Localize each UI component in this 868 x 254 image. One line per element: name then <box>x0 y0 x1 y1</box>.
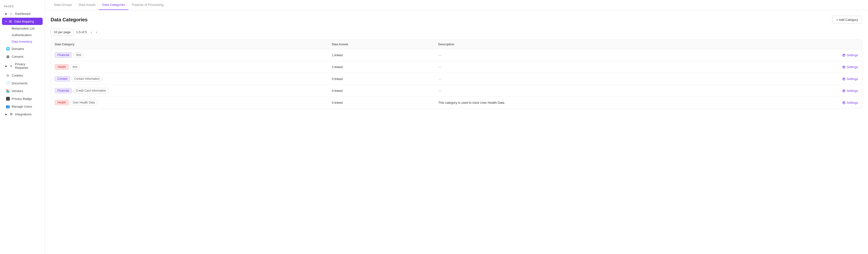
table-row: FinancialCredit Card Information0 linked… <box>51 85 862 97</box>
integrations-icon: ⚙ <box>9 112 13 116</box>
sidebar-item-authentication[interactable]: Authentication <box>2 32 43 38</box>
vendors-icon: 🏪 <box>6 89 10 93</box>
chevron-down-icon: ▾ <box>5 20 6 23</box>
cell-data-assets: 0 linked <box>328 73 434 85</box>
chevron-right-icon: ▶ <box>5 65 7 67</box>
table-row: FinancialTest1 linked---Settings <box>51 49 862 61</box>
type-tag: Financial <box>55 88 72 93</box>
sidebar-item-label: Vendors <box>12 89 23 93</box>
prev-page-button[interactable]: ‹ <box>89 30 94 35</box>
sidebar-item-privacy-requests[interactable]: ▶ ≡ Privacy Requests <box>2 61 43 71</box>
consent-icon: ▦ <box>6 55 10 58</box>
sidebar-sub-label: Data Inventory <box>12 40 32 43</box>
col-header-description: Description <box>434 40 758 49</box>
data-mapping-icon: ⊞ <box>8 20 12 23</box>
table-row: Healthtest2 linked---Settings <box>51 61 862 73</box>
type-tag: Financial <box>55 52 72 58</box>
cell-actions: Settings <box>758 85 862 97</box>
cell-description: --- <box>434 49 758 61</box>
sidebar-item-label: Privacy Badge <box>12 97 32 101</box>
sidebar-item-domains[interactable]: 🌐 Domains <box>2 45 43 52</box>
cell-data-category: ContactContact Information <box>51 73 328 85</box>
sidebar: Pages ▶ ○ Dashboard ▾ ⊞ Data Mapping Met… <box>0 0 45 254</box>
sidebar-item-manage-users[interactable]: 👥 Manage Users <box>2 103 43 110</box>
sidebar-item-label: Documents <box>12 82 28 85</box>
sidebar-item-data-inventory[interactable]: Data Inventory <box>2 38 43 44</box>
cell-actions: Settings <box>758 97 862 108</box>
privacy-requests-icon: ≡ <box>9 64 13 68</box>
data-categories-table: Data Category Data Assets Description Fi… <box>51 39 862 108</box>
col-header-data-category: Data Category <box>51 40 328 49</box>
table-header-row: Data Category Data Assets Description <box>51 40 862 49</box>
sidebar-sub-label: Metamodels List <box>12 27 35 30</box>
manage-users-icon: 👥 <box>6 104 10 108</box>
privacy-badge-icon: ⬛ <box>6 97 10 101</box>
name-tag: User Health Data <box>70 100 98 105</box>
settings-link[interactable]: Settings <box>842 65 858 69</box>
table-row: ContactContact Information0 linked---Set… <box>51 73 862 85</box>
main-content: Data Groups Data Assets Data Categories … <box>45 0 868 254</box>
tab-data-groups[interactable]: Data Groups <box>51 0 75 10</box>
documents-icon: 📄 <box>6 81 10 85</box>
cell-data-assets: 0 linked <box>328 85 434 97</box>
name-tag: Credit Card Information <box>73 88 109 93</box>
sidebar-item-dashboard[interactable]: ▶ ○ Dashboard <box>2 10 43 17</box>
sidebar-item-consent[interactable]: ▦ Consent <box>2 53 43 60</box>
sidebar-item-label: Manage Users <box>12 105 32 108</box>
cell-actions: Settings <box>758 73 862 85</box>
cell-data-assets: 0 linked <box>328 97 434 108</box>
settings-link[interactable]: Settings <box>842 77 858 81</box>
cell-description: --- <box>434 73 758 85</box>
sidebar-item-cookies[interactable]: ⊙ Cookies <box>2 72 43 79</box>
cell-data-assets: 1 linked <box>328 49 434 61</box>
sidebar-item-label: Integrations <box>15 113 31 116</box>
page-header: Data Categories + Add Category <box>51 16 862 24</box>
sidebar-item-integrations[interactable]: ▶ ⚙ Integrations <box>2 110 43 118</box>
chevron-icon: ▶ <box>5 12 7 15</box>
cell-data-assets: 2 linked <box>328 61 434 73</box>
cell-actions: Settings <box>758 61 862 73</box>
cell-data-category: HealthUser Health Data <box>51 97 328 108</box>
settings-link[interactable]: Settings <box>842 101 858 104</box>
dashboard-icon: ○ <box>9 12 13 15</box>
sidebar-item-label: Privacy Requests <box>15 62 39 69</box>
name-tag: Contact Information <box>71 76 102 82</box>
col-header-actions <box>758 40 862 49</box>
tab-data-categories[interactable]: Data Categories <box>99 0 128 10</box>
per-page-button[interactable]: 10 per page <box>51 29 74 36</box>
sidebar-section-label: Pages <box>0 4 44 10</box>
sidebar-item-label: Data Mapping <box>14 20 34 23</box>
tab-data-assets[interactable]: Data Assets <box>75 0 99 10</box>
table-row: HealthUser Health Data0 linkedThis categ… <box>51 97 862 108</box>
col-header-data-assets: Data Assets <box>328 40 434 49</box>
add-category-button[interactable]: + Add Category <box>832 16 862 24</box>
name-tag: Test <box>73 52 84 58</box>
cell-description: This category is used to track User Heal… <box>434 97 758 108</box>
sidebar-item-documents[interactable]: 📄 Documents <box>2 80 43 87</box>
sidebar-sub-label: Authentication <box>12 33 31 37</box>
sidebar-item-label: Dashboard <box>15 12 31 15</box>
sidebar-item-metamodels-list[interactable]: Metamodels List <box>2 26 43 32</box>
cell-data-category: FinancialCredit Card Information <box>51 85 328 97</box>
type-tag: Health <box>55 100 69 105</box>
domains-icon: 🌐 <box>6 47 10 51</box>
name-tag: test <box>70 64 80 69</box>
sidebar-item-privacy-badge[interactable]: ⬛ Privacy Badge <box>2 95 43 102</box>
cell-actions: Settings <box>758 49 862 61</box>
tab-purpose-of-processing[interactable]: Purpose of Processing <box>128 0 167 10</box>
sidebar-item-data-mapping[interactable]: ▾ ⊞ Data Mapping <box>2 18 43 25</box>
sidebar-item-label: Consent <box>12 55 23 58</box>
cell-data-category: FinancialTest <box>51 49 328 61</box>
pagination-nav: ‹ › <box>89 30 99 35</box>
next-page-button[interactable]: › <box>94 30 99 35</box>
settings-link[interactable]: Settings <box>842 89 858 93</box>
content-area: Data Categories + Add Category 10 per pa… <box>45 10 868 254</box>
cookies-icon: ⊙ <box>6 73 10 77</box>
type-tag: Contact <box>55 76 70 82</box>
cell-data-category: Healthtest <box>51 61 328 73</box>
settings-link[interactable]: Settings <box>842 53 858 57</box>
pagination-bar: 10 per page 1-5 of 5 ‹ › <box>51 29 862 36</box>
page-title: Data Categories <box>51 17 88 23</box>
sidebar-item-vendors[interactable]: 🏪 Vendors <box>2 87 43 95</box>
cell-description: --- <box>434 61 758 73</box>
